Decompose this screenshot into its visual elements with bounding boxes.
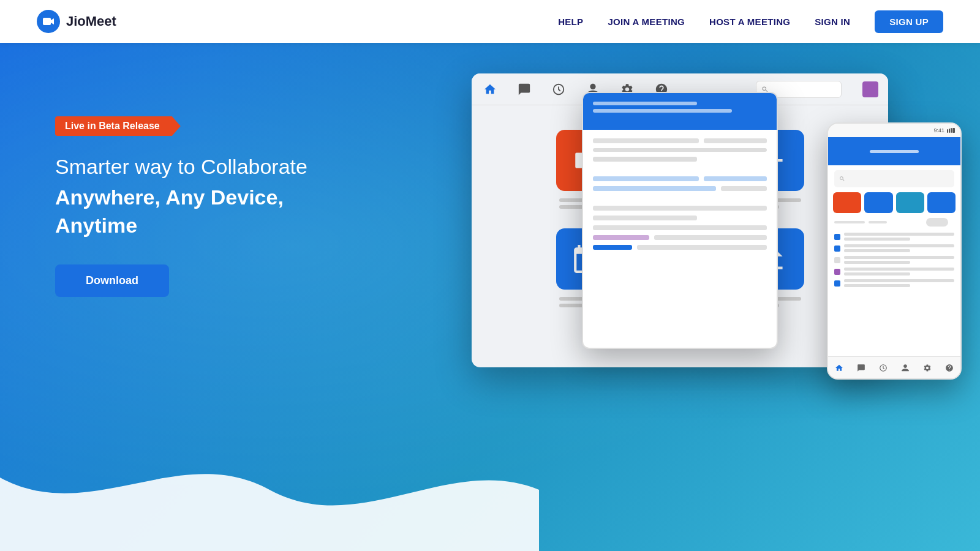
beta-badge: Live in Beta Release [55,116,181,136]
mobile-list-item-4 [834,268,954,276]
tablet-block-blue-1 [593,176,699,181]
hero-section: Live in Beta Release Smarter way to Coll… [0,43,980,551]
tablet-block-9 [654,235,767,240]
mobile-nav-chat [856,362,867,373]
tablet-row-3 [593,157,767,162]
ml-7 [844,268,954,271]
mobile-tiles-grid [828,192,960,218]
mobile-lines-4 [844,268,954,276]
hero-left-content: Live in Beta Release Smarter way to Coll… [0,43,355,297]
ml-10 [844,284,910,287]
tablet-block-3 [593,148,767,152]
mobile-list-item-1 [834,233,954,241]
mobile-nav-home [834,362,845,373]
hero-subtitle: Smarter way to Collaborate [55,153,355,180]
navbar-links: HELP JOIN A MEETING HOST A MEETING SIGN … [558,10,943,33]
mobile-divider-line-1 [834,221,865,223]
mobile-tile-share [927,192,956,213]
tablet-block-1 [593,138,699,143]
download-button[interactable]: Download [55,264,169,297]
mobile-lines-2 [844,244,954,252]
mobile-header-bar [870,150,919,153]
tablet-block-blue-3 [593,186,716,191]
tablet-block-6 [593,206,767,211]
ml-3 [844,244,954,247]
mobile-list-item-3 [834,256,954,264]
svg-rect-5 [949,129,950,133]
mobile-nav-settings [922,362,933,373]
tablet-header [583,93,777,130]
logo-icon [37,10,60,33]
svg-rect-7 [952,128,955,133]
tablet-mockup [582,92,778,349]
mobile-nav-person [900,362,911,373]
logo: JioMeet [37,10,116,33]
svg-rect-6 [951,128,952,133]
tablet-line-2 [593,109,732,113]
mobile-nav-history [878,362,889,373]
tablet-line-1 [593,102,697,105]
tablet-row-8 [593,225,767,230]
mobile-tile-video [833,192,861,213]
svg-rect-4 [947,129,948,133]
nav-join[interactable]: JOIN A MEETING [608,17,685,27]
tablet-block-8 [593,225,767,230]
mobile-tile-plus [864,192,892,213]
tablet-block-10 [637,245,767,250]
ml-4 [844,249,910,252]
mobile-dot-1 [834,234,840,240]
ml-6 [844,261,910,264]
mobile-lines-5 [844,279,954,287]
mobile-nav-help [944,362,955,373]
tablet-body [583,130,777,258]
ml-9 [844,279,954,282]
navbar: JioMeet HELP JOIN A MEETING HOST A MEETI… [0,0,980,43]
mobile-lines-1 [844,233,954,241]
svg-rect-0 [43,18,51,25]
mobile-dot-4 [834,269,840,275]
ml-2 [844,238,910,241]
mobile-dot-2 [834,246,840,252]
tablet-row-9 [593,235,767,240]
hero-wave [0,441,539,551]
logo-text: JioMeet [66,13,116,29]
ml-1 [844,233,954,236]
tablet-block-blue-dark [593,245,632,250]
tablet-block-7 [593,216,697,220]
mobile-divider-line-2 [869,221,887,223]
toolbar-chat-icon [516,81,533,98]
mobile-dot-3 [834,257,840,263]
tablet-row-4 [593,176,767,181]
toolbar-clock-icon [550,81,567,98]
hero-right-mockup: 19 [472,73,962,404]
tablet-block-4 [593,157,697,162]
tablet-block-5 [721,186,767,191]
nav-host[interactable]: HOST A MEETING [709,17,790,27]
mobile-mockup: 9:41 [827,122,962,380]
tablet-row-6 [593,206,767,211]
mobile-toggle [926,218,948,227]
mobile-time: 9:41 [933,127,944,133]
mobile-search-bar [834,170,954,187]
toolbar-home-icon [481,81,499,98]
mobile-tile-calendar [896,192,924,213]
mobile-divider-row [834,218,954,227]
svg-marker-1 [51,18,54,24]
mobile-list-item-2 [834,244,954,252]
nav-signin[interactable]: SIGN IN [815,17,850,27]
tablet-block-blue-2 [704,176,767,181]
ml-8 [844,272,910,276]
hero-title: Anywhere, Any Device, Anytime [55,184,355,240]
tablet-row-1 [593,138,767,143]
tablet-row-2 [593,148,767,152]
mobile-status-bar: 9:41 [828,124,960,137]
tablet-row-7 [593,216,767,220]
tablet-block-purple [593,235,649,240]
hero-title-line2: Anytime [55,214,137,237]
mobile-lines-3 [844,256,954,264]
mobile-list [828,230,960,290]
signup-button[interactable]: SIGN UP [875,10,943,33]
nav-help[interactable]: HELP [558,17,583,27]
mobile-header [828,137,960,165]
tablet-row-10 [593,245,767,250]
